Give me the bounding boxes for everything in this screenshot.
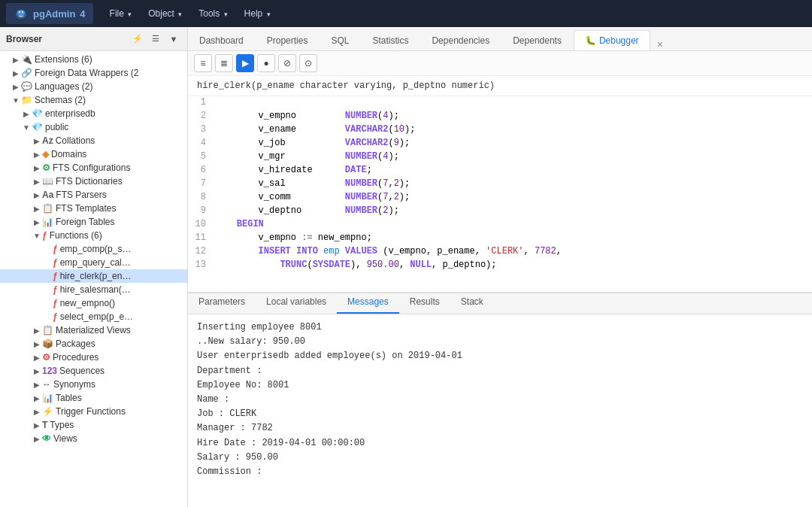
message-line: Manager : 7782 [197, 421, 803, 436]
line-content: v_deptno NUMBER(2); [212, 205, 402, 217]
sidebar-item-emp-query-cal[interactable]: ƒ emp_query_cal… [0, 256, 187, 269]
sidebar-tree: ▶ 🔌 Extensions (6) ▶ 🔗 Foreign Data Wrap… [0, 51, 187, 507]
sidebar-item-enterprisedb[interactable]: ▶ 💎 enterprisedb [0, 107, 187, 120]
message-line: Salary : 950.00 [197, 451, 803, 465]
sidebar-item-packages[interactable]: ▶ 📦 Packages [0, 337, 187, 351]
tab-label: Debugger [599, 35, 639, 46]
code-line: 8 v_comm NUMBER(7,2); [188, 191, 812, 205]
message-line: Name : [197, 393, 803, 407]
align-right-button[interactable]: ≣ [215, 54, 233, 72]
sidebar-item-mat-views[interactable]: ▶ 📋 Materialized Views [0, 323, 187, 337]
sidebar-item-fts-dict[interactable]: ▶ 📖 FTS Dictionaries [0, 175, 187, 188]
sidebar-item-trigger-funcs[interactable]: ▶ ⚡ Trigger Functions [0, 405, 187, 418]
message-line: Inserting employee 8001 [197, 320, 803, 335]
sidebar-item-public[interactable]: ▼ 💎 public [0, 120, 187, 134]
tab-label: SQL [331, 35, 349, 46]
sidebar-item-hire-clerk[interactable]: ƒ hire_clerk(p_en… [0, 269, 187, 283]
tree-icon: ƒ [53, 271, 58, 281]
svg-point-3 [22, 11, 23, 13]
sidebar-item-emp-comp[interactable]: ƒ emp_comp(p_s… [0, 242, 187, 256]
tree-arrow: ▶ [21, 110, 32, 118]
sidebar-item-types[interactable]: ▶ T Types [0, 418, 187, 432]
bottom-tab-stack[interactable]: Stack [450, 293, 494, 314]
sidebar-item-functions[interactable]: ▼ ƒ Functions (6) [0, 229, 187, 242]
sidebar-item-foreign-data-wrappers[interactable]: ▶ 🔗 Foreign Data Wrappers (2 [0, 66, 187, 80]
tree-icon: ⚡ [42, 406, 53, 417]
tree-label: Tables [56, 393, 82, 403]
tree-icon: 💬 [21, 81, 32, 92]
line-number: 10 [188, 218, 212, 229]
sidebar-item-tables[interactable]: ▶ 📊 Tables [0, 391, 187, 405]
tree-arrow: ▶ [32, 191, 42, 199]
tab-dashboard[interactable]: Dashboard [188, 30, 255, 50]
tree-icon: ◈ [42, 149, 49, 159]
tree-label: Synonyms [53, 379, 95, 390]
menu-tools[interactable]: Tools ▾ [191, 5, 235, 22]
tree-label: Schemas (2) [35, 95, 86, 105]
sidebar-item-new-empno[interactable]: ƒ new_empno() [0, 296, 187, 310]
sidebar-item-sequences[interactable]: ▶ 123 Sequences [0, 364, 187, 378]
bottom-tab-parameters[interactable]: Parameters [188, 293, 256, 314]
menu-file[interactable]: File ▾ [102, 5, 140, 22]
tree-icon: 💎 [32, 122, 43, 132]
sidebar-item-schemas[interactable]: ▼ 📁 Schemas (2) [0, 93, 187, 107]
tree-arrow: ▶ [32, 421, 42, 430]
clear-button[interactable]: ⊙ [299, 54, 317, 72]
sidebar-item-procedures[interactable]: ▶ ⚙ Procedures [0, 351, 187, 364]
menu-help[interactable]: Help ▾ [237, 5, 278, 22]
sidebar-item-fts-config[interactable]: ▶ ⚙ FTS Configurations [0, 161, 187, 175]
tab-sql[interactable]: SQL [320, 30, 360, 50]
line-content: v_job VARCHAR2(9); [212, 137, 413, 149]
line-number: 8 [188, 191, 212, 202]
menu-object[interactable]: Object ▾ [141, 5, 189, 22]
line-number: 7 [188, 178, 212, 189]
tab-properties[interactable]: Properties [256, 30, 320, 50]
sidebar-header: Browser ⚡ ☰ ▼ [0, 27, 187, 51]
code-line: 1 [188, 96, 812, 110]
bottom-tab-messages[interactable]: Messages [337, 293, 399, 314]
close-tab-btn[interactable]: × [657, 38, 663, 50]
sidebar-item-collations[interactable]: ▶ Az Collations [0, 134, 187, 147]
tab-dependents[interactable]: Dependents [501, 30, 573, 50]
tree-label: emp_query_cal… [60, 257, 131, 268]
sidebar-item-fts-templates[interactable]: ▶ 📋 FTS Templates [0, 202, 187, 215]
tree-arrow: ▶ [32, 205, 42, 213]
tab-debugger[interactable]: 🐛Debugger [574, 30, 650, 50]
sidebar-item-domains[interactable]: ▶ ◈ Domains [0, 147, 187, 161]
tree-label: FTS Dictionaries [56, 176, 123, 187]
tree-label: enterprisedb [45, 108, 95, 119]
sidebar-item-select-emp[interactable]: ƒ select_emp(p_e… [0, 310, 187, 323]
sidebar-item-extensions[interactable]: ▶ 🔌 Extensions (6) [0, 53, 187, 66]
tab-label: Statistics [372, 35, 408, 46]
sidebar-list-btn[interactable]: ☰ [148, 32, 163, 47]
line-number: 13 [188, 259, 212, 270]
tab-statistics[interactable]: Statistics [361, 30, 420, 50]
tree-arrow: ▼ [21, 123, 32, 132]
line-number: 2 [188, 110, 212, 121]
sidebar-item-views[interactable]: ▶ 👁 Views [0, 432, 187, 445]
sidebar-item-foreign-tables[interactable]: ▶ 📊 Foreign Tables [0, 215, 187, 229]
tree-arrow: ▶ [32, 137, 42, 145]
line-content: v_empno := new_empno; [212, 232, 375, 244]
sidebar-item-fts-parsers[interactable]: ▶ Aa FTS Parsers [0, 188, 187, 202]
tree-label: Extensions (6) [35, 54, 92, 65]
stop-button[interactable]: ● [257, 54, 275, 72]
sidebar-item-languages[interactable]: ▶ 💬 Languages (2) [0, 80, 187, 93]
bottom-tab-local-variables[interactable]: Local variables [256, 293, 337, 314]
message-line: Department : [197, 364, 803, 378]
align-left-button[interactable]: ≡ [194, 54, 212, 72]
tab-dependencies[interactable]: Dependencies [420, 30, 501, 50]
sidebar-item-hire-salesman[interactable]: ƒ hire_salesman(… [0, 283, 187, 296]
code-line: 2 v_empno NUMBER(4); [188, 110, 812, 123]
run-button[interactable]: ▶ [236, 54, 254, 72]
line-number: 5 [188, 150, 212, 162]
sidebar-item-synonyms[interactable]: ▶ ↔ Synonyms [0, 378, 187, 391]
bottom-tab-results[interactable]: Results [399, 293, 450, 314]
sidebar-refresh-btn[interactable]: ⚡ [130, 32, 145, 47]
tree-icon: ↔ [42, 379, 51, 390]
message-line: Employee No: 8001 [197, 378, 803, 393]
cancel-button[interactable]: ⊘ [278, 54, 296, 72]
sidebar-filter-btn[interactable]: ▼ [166, 32, 181, 47]
code-line: 6 v_hiredate DATE; [188, 164, 812, 178]
tree-label: FTS Templates [56, 203, 116, 214]
